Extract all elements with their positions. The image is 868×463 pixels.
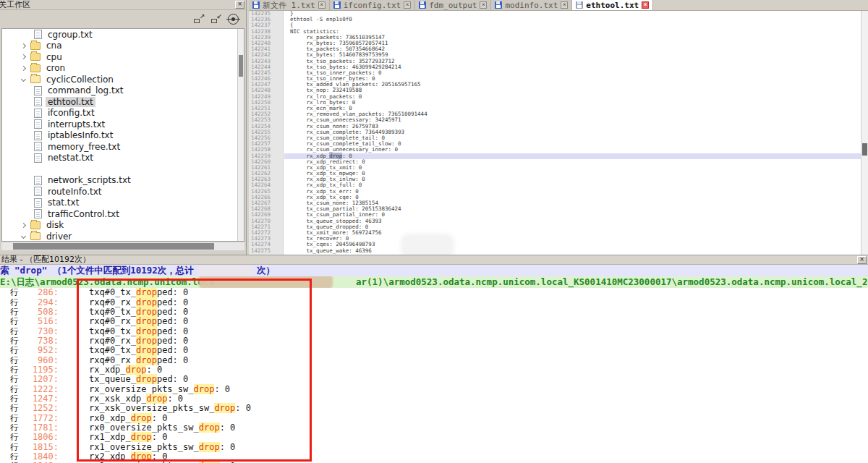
chevron-right-icon[interactable]	[21, 54, 26, 59]
row-text: rx_xdp_drop: 0	[89, 365, 162, 375]
tab-fdm_output[interactable]: fdm_output×	[415, 0, 491, 10]
tab-close-icon[interactable]: ×	[480, 1, 487, 9]
editor-text-area[interactable]: 142235}142236ethtool -S enp1s0f0142237{1…	[249, 11, 861, 255]
tab-close-icon[interactable]: ×	[561, 1, 568, 9]
tab-close-icon[interactable]: ×	[404, 1, 411, 9]
redaction-blur-editor	[404, 237, 451, 255]
tree-item-netstat-txt[interactable]: netstat.txt	[2, 153, 244, 164]
folder-icon	[30, 53, 41, 61]
chevron-right-icon[interactable]	[21, 223, 26, 228]
tree-horizontal-scrollbar[interactable]	[1, 242, 244, 250]
tree-item-label: ifconfig.txt	[46, 108, 97, 118]
tab-close-icon[interactable]: ×	[642, 1, 649, 9]
tree-item-stat-txt[interactable]: stat.txt	[2, 197, 244, 209]
tree-item-cna[interactable]: cna	[2, 41, 244, 52]
row-match-highlight: drop	[126, 365, 147, 375]
tree-item-network_scripts-txt[interactable]: network_scripts.txt	[2, 175, 244, 187]
folder-icon	[30, 64, 41, 72]
code-line: 142237{	[249, 22, 861, 28]
tree-item-cycliccollection[interactable]: cyclicCollection	[2, 74, 244, 85]
row-line-number: 952:	[21, 346, 59, 355]
file-icon	[34, 30, 42, 39]
save-floppy-icon	[495, 1, 502, 9]
tree-item-cgroup-txt[interactable]: cgroup.txt	[2, 29, 244, 41]
file-icon	[34, 86, 42, 95]
tree-item-label: cna	[44, 41, 64, 51]
results-close-button[interactable]: ×	[857, 256, 867, 264]
row-text: txq#0_tx_dropped: 0	[89, 327, 188, 336]
tree-item-memory_free-txt[interactable]: memory_free.txt	[2, 141, 244, 153]
result-row[interactable]: 行286:txq#0_tx_dropped: 0	[0, 288, 868, 297]
tree-item-command_log-txt[interactable]: command_log.txt	[2, 85, 244, 97]
save-floppy-icon	[576, 1, 583, 9]
chevron-right-icon[interactable]	[21, 66, 26, 71]
tab-modinfo-txt[interactable]: modinfo.txt×	[491, 0, 572, 10]
result-row[interactable]: 行516:rxq#0_rx_dropped: 0	[0, 317, 868, 326]
row-text: rx_oversize_pkts_sw_drop: 0	[89, 385, 230, 394]
result-row[interactable]: 行1815:rx1_oversize_pkts_sw_drop: 0	[0, 443, 868, 452]
result-row[interactable]: 行1222:rx_oversize_pkts_sw_drop: 0	[0, 384, 868, 394]
tree-item-ethtool-txt[interactable]: ethtool.txt	[2, 96, 244, 108]
row-text: txq#0_tx_dropped: 0	[89, 307, 188, 317]
tree-item-iptablesinfo-txt[interactable]: iptablesInfo.txt	[2, 130, 244, 142]
chevron-down-icon[interactable]	[21, 77, 26, 82]
row-line-label: 行	[10, 298, 21, 307]
locate-file-icon[interactable]	[228, 14, 239, 25]
tree-item-cpu[interactable]: cpu	[2, 51, 244, 63]
row-text: txq#0_tx_dropped: 0	[89, 288, 188, 297]
tree-item-ifconfig-txt[interactable]: ifconfig.txt	[2, 108, 244, 119]
code-text: ethtool -S enp1s0f0	[284, 17, 352, 22]
tab-label: ethtool.txt	[586, 1, 639, 10]
tree-item-routeinfo-txt[interactable]: routeInfo.txt	[2, 186, 244, 197]
workspace-close-button[interactable]: ×	[235, 1, 244, 9]
result-row[interactable]: 行294:rxq#0_rx_dropped: 0	[0, 297, 868, 307]
row-text: rxq#0_rx_dropped: 0	[89, 336, 188, 346]
result-row[interactable]: 行1252:rx_xsk_oversize_pkts_sw_drop: 0	[0, 404, 868, 413]
result-row[interactable]: 行1781:rx0_oversize_pkts_sw_drop: 0	[0, 423, 868, 433]
tab-ethtool-txt[interactable]: ethtool.txt×	[572, 0, 653, 10]
result-row[interactable]: 行738:rxq#0_rx_dropped: 0	[0, 336, 868, 346]
tree-item-label: trafficControl.txt	[46, 209, 122, 219]
row-line-number: 1252:	[21, 404, 59, 413]
tab-label: 新文件 1.txt	[263, 0, 315, 11]
tab-label: ifconfig.txt	[344, 1, 401, 10]
result-row[interactable]: 行960:rxq#0_rx_dropped: 0	[0, 355, 868, 365]
result-row[interactable]: 行1840:rx2_xdp_drop: 0	[0, 452, 868, 462]
row-line-label: 行	[10, 356, 21, 365]
row-line-label: 行	[10, 346, 21, 355]
result-row[interactable]: 行1247:rx_xsk_xdp_drop: 0	[0, 394, 868, 404]
tree-item-cron[interactable]: cron	[2, 63, 244, 75]
line-number: 142275	[249, 248, 284, 254]
result-row[interactable]: 行1207:tx_queue_dropped: 0	[0, 375, 868, 384]
editor-vertical-scrollbar[interactable]	[861, 11, 868, 255]
tree-vertical-scrollbar[interactable]	[237, 29, 244, 241]
row-line-label: 行	[10, 336, 21, 346]
chevron-right-icon[interactable]	[21, 43, 26, 48]
row-line-number: 508:	[21, 307, 59, 317]
row-match-highlight: drop	[136, 336, 157, 346]
result-file-path-suffix: ar(1)\armod0523.odata.ncmp.unicom.local_…	[356, 276, 868, 287]
result-row[interactable]: 行1806:rx1_xdp_drop: 0	[0, 433, 868, 442]
tab-ifconfig-txt[interactable]: ifconfig.txt×	[330, 0, 415, 10]
chevron-down-icon[interactable]	[21, 234, 26, 239]
result-row[interactable]: 行952:txq#0_tx_dropped: 0	[0, 346, 868, 355]
result-file-path-line[interactable]: E:\日志\armod0523.odata.ncmp.unicom.loca a…	[0, 276, 868, 288]
row-line-number: 1781:	[21, 423, 59, 433]
row-line-label: 行	[10, 327, 21, 336]
tree-item-driver[interactable]: driver	[2, 231, 244, 242]
code-line: 142236ethtool -S enp1s0f0	[249, 17, 861, 22]
collapse-all-icon[interactable]: ↙	[210, 14, 222, 24]
tree-item-disk[interactable]: disk	[2, 220, 244, 232]
result-row[interactable]: 行730:txq#0_tx_dropped: 0	[0, 326, 868, 336]
tab--1-txt[interactable]: 新文件 1.txt×	[249, 0, 330, 10]
result-row[interactable]: 行508:txq#0_tx_dropped: 0	[0, 307, 868, 317]
row-text: tx_queue_dropped: 0	[89, 375, 188, 384]
tree-item-interrupts-txt[interactable]: interrupts.txt	[2, 119, 244, 130]
tree-item-trafficcontrol-txt[interactable]: trafficControl.txt	[2, 208, 244, 220]
expand-all-icon[interactable]: ↗	[193, 14, 205, 24]
result-row[interactable]: 行1195:rx_xdp_drop: 0	[0, 365, 868, 375]
tab-close-icon[interactable]: ×	[318, 1, 326, 9]
row-line-label: 行	[10, 423, 21, 433]
row-match-highlight: drop	[136, 326, 157, 336]
result-row[interactable]: 行1772:rx0_xdp_drop: 0	[0, 413, 868, 422]
